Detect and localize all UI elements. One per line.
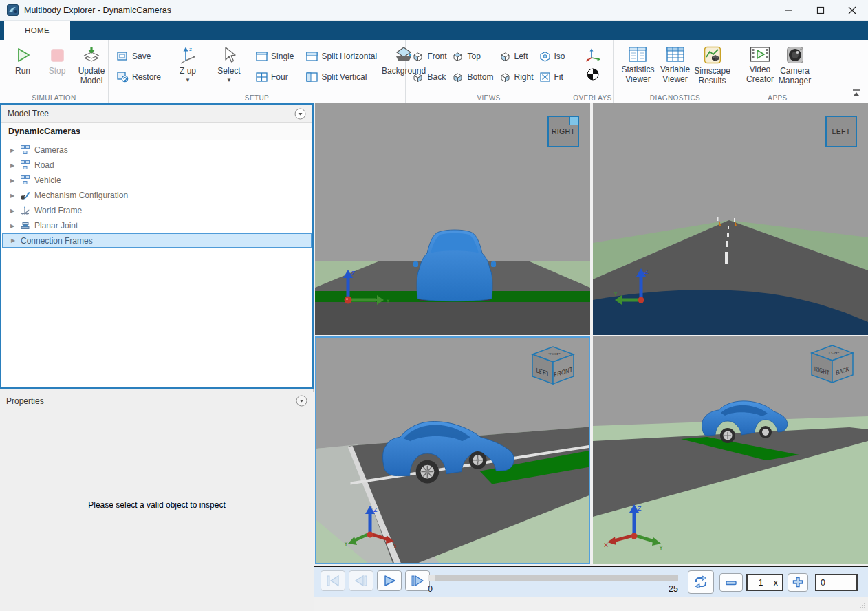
view-front-button[interactable]: Front xyxy=(412,49,446,63)
restore-button[interactable]: Restore xyxy=(117,69,161,84)
view-left-button[interactable]: Left xyxy=(499,49,534,63)
step-back-button[interactable] xyxy=(349,570,373,591)
resize-grip[interactable] xyxy=(859,602,866,609)
simscape-results-button[interactable]: Simscape Results xyxy=(693,43,731,86)
close-button[interactable] xyxy=(836,0,868,20)
time-slider-thumb[interactable] xyxy=(428,575,435,581)
speed-decrease-button[interactable] xyxy=(719,573,743,592)
com-overlay-button[interactable] xyxy=(585,67,600,81)
subsystem-icon xyxy=(20,160,30,170)
view-top-button[interactable]: Top xyxy=(452,49,493,63)
collapse-ribbon-button[interactable] xyxy=(851,87,861,100)
stop-label: Stop xyxy=(49,67,66,76)
section-overlays-label: OVERLAYS xyxy=(572,94,613,102)
view-cube-3d[interactable]: TOP RIGHT BACK xyxy=(806,342,858,386)
statistics-viewer-button[interactable]: Statistics Viewer xyxy=(619,43,657,85)
view-right-button[interactable]: Right xyxy=(499,69,534,84)
viewport-top-right[interactable]: LEFT Z Y xyxy=(593,103,868,335)
axis-triad: Z Y xyxy=(614,267,669,308)
tree-item-cameras[interactable]: ▶ Cameras xyxy=(1,142,312,158)
view-cube-corner-chip[interactable] xyxy=(569,117,578,125)
camera-manager-label: Camera Manager xyxy=(777,67,812,86)
speed-value: 1 xyxy=(748,578,774,588)
tree-item-label: Road xyxy=(34,160,54,170)
maximize-icon xyxy=(816,6,825,14)
axis-label-y: Y xyxy=(386,297,390,304)
view-cube[interactable]: LEFT xyxy=(825,116,857,147)
play-button[interactable] xyxy=(377,570,402,591)
axis-triad: Z Y xyxy=(338,268,391,310)
single-view-button[interactable]: Single xyxy=(256,49,294,63)
tab-home[interactable]: HOME xyxy=(4,21,70,40)
properties-title: Properties xyxy=(6,396,44,406)
view-cube-label: LEFT xyxy=(832,127,851,136)
split-vertical-button[interactable]: Split Vertical xyxy=(306,69,377,84)
minimize-button[interactable] xyxy=(773,0,805,20)
run-button[interactable]: Run xyxy=(6,43,40,76)
view-cube-3d[interactable]: TOP LEFT FRONT xyxy=(527,343,579,387)
view-front-label: Front xyxy=(427,52,446,61)
model-tree-rows: ▶ Cameras ▶ xyxy=(1,140,312,248)
view-iso-label: Iso xyxy=(554,52,565,61)
update-model-button[interactable]: Update Model xyxy=(74,43,109,86)
simscape-results-icon xyxy=(704,46,721,64)
speed-field[interactable]: 1 x xyxy=(746,574,783,591)
view-bottom-button[interactable]: Bottom xyxy=(452,69,493,84)
view-fit-button[interactable]: Fit xyxy=(539,69,565,84)
section-simulation-label: SIMULATION xyxy=(0,94,108,102)
model-tree-root[interactable]: DynamicCameras xyxy=(1,123,312,140)
loop-button[interactable] xyxy=(688,570,714,594)
camera-manager-button[interactable]: Camera Manager xyxy=(777,43,812,86)
tree-item-label: Mechanism Configuration xyxy=(34,191,128,200)
tree-item-road[interactable]: ▶ Road xyxy=(1,158,312,173)
ribbon: Run Stop Update Model SIMULATION xyxy=(0,40,868,103)
view-right-cube-icon xyxy=(499,72,511,83)
video-creator-button[interactable]: Video Creator xyxy=(743,43,777,85)
expand-arrow-icon[interactable]: ▶ xyxy=(10,178,16,184)
frames-overlay-button[interactable] xyxy=(585,47,600,62)
multibody-explorer-window: Multibody Explorer - DynamicCameras HOME… xyxy=(0,0,868,611)
expand-arrow-icon[interactable]: ▶ xyxy=(10,147,16,153)
expand-arrow-icon[interactable]: ▶ xyxy=(10,193,16,199)
four-view-button[interactable]: Four xyxy=(256,69,294,84)
stop-button[interactable]: Stop xyxy=(40,43,74,76)
playback-bar: 0 25 1 x 0 xyxy=(314,566,868,611)
tree-item-mechanism-configuration[interactable]: ▶ Mechanism Configuration xyxy=(1,188,312,203)
tree-item-planar-joint[interactable]: ▶ Planar Joint xyxy=(1,218,312,233)
time-slider[interactable] xyxy=(428,575,678,581)
section-views: Front Back Top xyxy=(406,40,572,103)
view-back-button[interactable]: Back xyxy=(412,69,446,84)
mechanism-config-icon xyxy=(20,191,30,200)
expand-arrow-icon[interactable]: ▶ xyxy=(10,208,16,214)
split-horizontal-button[interactable]: Split Horizontal xyxy=(306,49,377,63)
select-button[interactable]: Select ▼ xyxy=(212,43,246,82)
view-top-cube-icon xyxy=(452,51,464,62)
skip-to-start-button[interactable] xyxy=(321,570,345,591)
axis-label-x: X xyxy=(393,543,396,548)
viewport-bottom-right[interactable]: TOP RIGHT BACK Z X Y xyxy=(593,336,868,564)
speed-increase-button[interactable] xyxy=(788,573,808,592)
save-button[interactable]: Save xyxy=(117,49,161,63)
z-up-label: Z up xyxy=(180,67,196,76)
model-tree-collapse-button[interactable] xyxy=(294,108,306,120)
view-cube[interactable]: RIGHT xyxy=(547,116,579,147)
time-field[interactable]: 0 xyxy=(815,574,858,591)
maximize-button[interactable] xyxy=(805,0,836,20)
section-diagnostics-label: DIAGNOSTICS xyxy=(614,94,737,102)
single-layout-icon xyxy=(256,52,268,61)
properties-collapse-button[interactable] xyxy=(296,395,307,407)
expand-arrow-icon[interactable]: ▶ xyxy=(11,237,17,244)
expand-arrow-icon[interactable]: ▶ xyxy=(10,223,16,229)
viewport-top-left[interactable]: RIGHT Z Y xyxy=(315,103,590,335)
viewport-bottom-left[interactable]: TOP LEFT FRONT Z Y X xyxy=(315,336,590,564)
view-iso-button[interactable]: Iso xyxy=(539,49,565,63)
tree-item-connection-frames[interactable]: ▶ Connection Frames xyxy=(2,233,312,248)
z-up-button[interactable]: z Z up ▼ xyxy=(171,43,205,82)
video-creator-icon xyxy=(750,46,770,63)
video-creator-label: Video Creator xyxy=(743,65,777,85)
tree-item-world-frame[interactable]: ▶ World Frame xyxy=(1,203,312,218)
step-forward-button[interactable] xyxy=(405,570,430,591)
tree-item-vehicle[interactable]: ▶ Vehicle xyxy=(1,173,312,188)
variable-viewer-button[interactable]: Variable Viewer xyxy=(657,43,693,85)
expand-arrow-icon[interactable]: ▶ xyxy=(10,162,16,169)
